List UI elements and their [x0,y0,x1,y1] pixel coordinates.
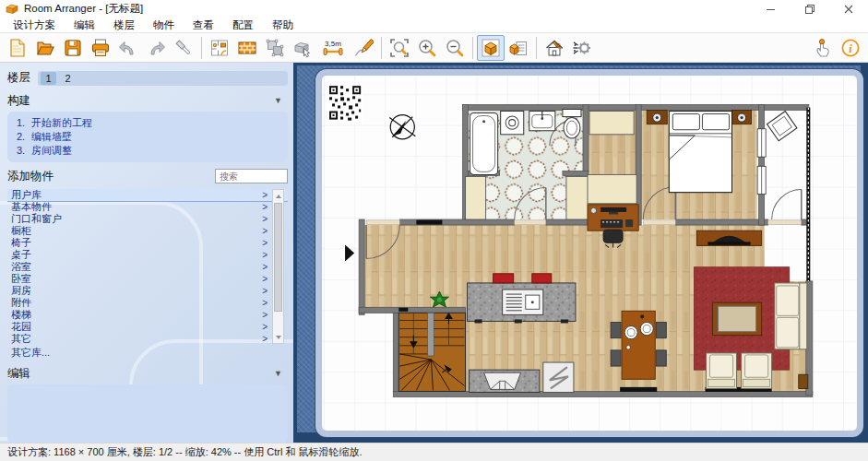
floorplan-canvas[interactable] [322,76,857,431]
redo-icon [146,38,166,58]
nightstand-right[interactable] [732,110,752,124]
app-icon [6,4,18,14]
brick-wall-icon [237,38,257,58]
save-button[interactable] [59,35,87,61]
kitchen-counter[interactable] [470,370,540,392]
open-folder-icon [35,38,55,58]
draw-button[interactable] [350,35,377,61]
bathroom-sink[interactable] [529,112,555,131]
transform-button[interactable] [261,35,289,61]
room-plan-icon [209,38,230,58]
floor-tab[interactable]: 2 [60,72,76,85]
move-object-icon [292,38,313,58]
move-object-button[interactable] [289,35,316,61]
view-3d-icon [481,38,501,58]
info-glyph: i [849,41,852,54]
staircase[interactable] [398,313,465,391]
menu-item[interactable]: 帮助 [263,18,303,33]
zoom-fit-button[interactable] [386,35,413,61]
build-step-link[interactable]: 3.房间调整 [17,144,279,158]
tv-stand[interactable] [696,230,761,245]
room-plan-button[interactable] [206,35,233,61]
category-list: 用户库 > 基本物件 > 门口和窗户 > 橱柜 > [7,189,288,344]
new-document-button[interactable] [4,35,31,61]
wall-button[interactable] [233,35,261,61]
menu-item[interactable]: 编辑 [65,18,104,33]
chevron-right-icon: > [262,274,268,284]
measure-button[interactable]: 3,5m [316,35,350,61]
floors-label: 楼层 [7,70,30,86]
window-title: Room Arranger - [无标题] [24,2,752,16]
transform-icon [265,38,285,58]
toilet[interactable] [563,109,581,137]
washing-machine[interactable] [501,112,524,135]
floor-tabs: 12 [38,71,288,86]
format-brush-button[interactable] [170,35,197,61]
double-bed[interactable] [669,112,731,193]
qr-code[interactable] [327,84,363,124]
drawing-sheet[interactable] [315,69,863,437]
explode-settings-icon [572,38,592,58]
scrollbar-thumb[interactable] [274,203,282,312]
toolbar-separator [472,37,473,59]
coffee-table[interactable] [712,302,761,335]
office-chair[interactable] [603,230,623,247]
view-3d-button[interactable] [477,35,505,61]
balcony-railing[interactable] [806,107,810,280]
build-step-link[interactable]: 1.开始新的工程 [17,116,279,130]
menu-item[interactable]: 配置 [223,18,263,33]
house-3d-button[interactable]: 3D [541,35,568,61]
scroll-up-icon[interactable] [273,190,283,202]
sofa[interactable] [775,283,807,349]
object-list-button[interactable] [505,35,532,61]
dishwasher[interactable] [543,362,574,392]
new-document-icon [7,38,28,58]
more-libraries-link[interactable]: 其它库... [7,346,288,359]
measure-icon: 3,5m [321,38,345,58]
kitchen-island[interactable] [468,283,576,324]
zoom-out-button[interactable] [441,35,469,61]
edit-panel [7,384,288,443]
collapse-arrow-icon[interactable]: ▼ [274,96,286,105]
category-scrollbar[interactable] [272,189,284,344]
redo-button[interactable] [142,35,170,61]
collapse-arrow-icon[interactable]: ▼ [274,369,286,378]
floor-tab[interactable]: 1 [41,72,56,85]
scroll-down-icon[interactable] [273,331,283,343]
info-button[interactable]: i [837,35,864,61]
chevron-right-icon: > [262,250,268,260]
menu-bar: 设计方案编辑楼层物件查看配置帮助 [0,18,868,32]
close-button[interactable] [829,0,868,18]
radiator[interactable] [799,374,808,388]
explode-settings-button[interactable] [568,35,596,61]
open-button[interactable] [31,35,59,61]
menu-item[interactable]: 物件 [144,18,184,33]
zoom-in-icon [417,38,437,58]
hand-pointer-button[interactable] [809,35,837,61]
chevron-right-icon: > [262,238,268,248]
zoom-out-icon [445,38,465,58]
nightstand-left[interactable] [647,110,667,124]
build-step-link[interactable]: 2.编辑墙壁 [17,130,279,144]
menu-item[interactable]: 查看 [184,18,223,33]
category-row[interactable]: 其它 > [7,333,288,344]
save-icon [63,38,83,58]
restore-button[interactable] [791,0,829,18]
chevron-right-icon: > [262,310,268,320]
room-arranger-window: Room Arranger - [无标题] 设计方案编辑楼层物件查看配置帮助 [0,0,868,461]
toolbar: 3,5m [0,32,868,63]
bathtub[interactable] [470,113,498,175]
menu-item[interactable]: 设计方案 [4,18,65,33]
menu-item[interactable]: 楼层 [104,18,144,33]
canvas-viewport [293,63,868,443]
dining-table[interactable] [622,311,655,379]
build-section-title: 构建 [7,93,274,109]
house-3d-icon: 3D [544,38,565,58]
computer-desk[interactable] [588,205,638,230]
search-input[interactable] [215,169,288,183]
chevron-right-icon: > [262,322,268,332]
zoom-in-button[interactable] [413,35,441,61]
print-button[interactable] [87,35,114,61]
minimize-button[interactable] [752,0,791,18]
undo-button[interactable] [114,35,142,61]
